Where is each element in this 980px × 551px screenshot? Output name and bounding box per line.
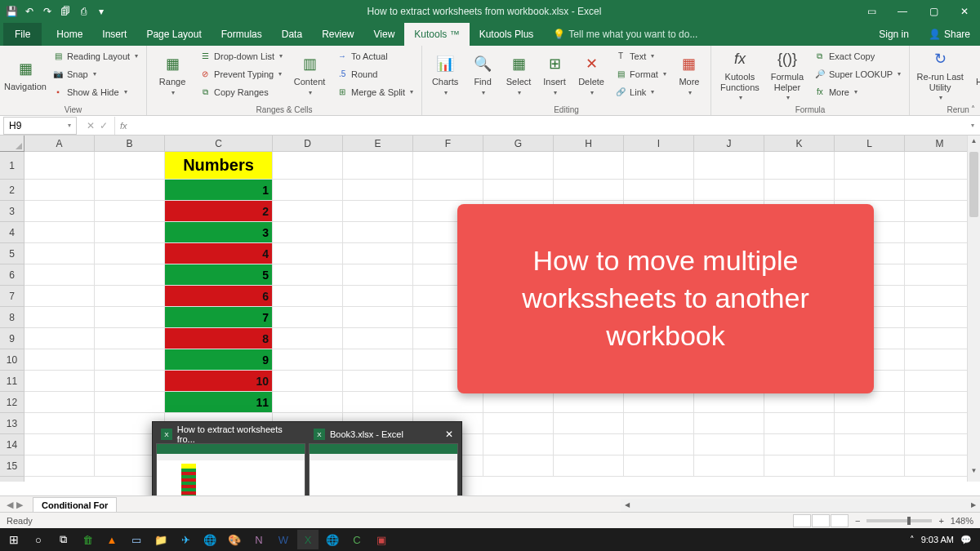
col-header[interactable]: B [95, 136, 165, 152]
task-app-icon[interactable]: ▭ [126, 530, 147, 549]
cortana-icon[interactable]: ○ [28, 530, 49, 549]
cell[interactable] [95, 349, 165, 371]
dropdown-list-button[interactable]: ☰Drop-down List▾ [196, 47, 286, 64]
cell[interactable] [273, 243, 343, 264]
show-hide-button[interactable]: ▪Show & Hide▾ [49, 83, 141, 100]
cell[interactable] [694, 180, 764, 201]
tab-insert[interactable]: Insert [92, 23, 136, 46]
row-header[interactable]: 11 [0, 371, 24, 392]
cell[interactable] [905, 243, 967, 264]
tab-data[interactable]: Data [272, 23, 312, 46]
row-header[interactable]: 13 [0, 413, 24, 434]
cell[interactable] [483, 434, 554, 455]
cell[interactable]: 7 [165, 307, 273, 328]
to-actual-button[interactable]: →To Actual [333, 47, 416, 64]
view-normal-button[interactable] [793, 514, 811, 527]
col-header[interactable]: A [24, 136, 95, 152]
snap-button[interactable]: 📷Snap▾ [49, 65, 141, 82]
reading-layout-button[interactable]: ▤Reading Layout▾ [49, 47, 141, 64]
cell[interactable] [835, 180, 905, 201]
cell[interactable] [24, 349, 95, 371]
cell[interactable] [24, 307, 95, 328]
col-header[interactable]: J [694, 136, 764, 152]
scroll-right-icon[interactable]: ▶ [967, 501, 980, 509]
col-header[interactable]: M [905, 136, 967, 152]
scroll-thumb[interactable] [969, 152, 978, 217]
cell[interactable] [905, 328, 967, 349]
cell[interactable] [273, 328, 343, 349]
col-header[interactable]: C [165, 136, 273, 152]
vertical-scrollbar[interactable]: ▲ ▼ [967, 136, 980, 482]
cell[interactable] [835, 152, 905, 180]
word-icon[interactable]: W [273, 530, 294, 549]
cell[interactable] [273, 286, 343, 307]
cell[interactable] [95, 286, 165, 307]
tab-home[interactable]: Home [47, 23, 92, 46]
close-icon[interactable]: ✕ [952, 6, 977, 17]
select-button[interactable]: ▦Select▾ [502, 47, 535, 101]
share-button[interactable]: 👤 Share [922, 27, 977, 42]
row-header[interactable]: 1 [0, 152, 24, 180]
cell[interactable] [273, 222, 343, 243]
cell[interactable] [24, 392, 95, 413]
fx-label-icon[interactable]: fx [115, 121, 132, 131]
cell[interactable] [835, 413, 905, 434]
ribbon-options-icon[interactable]: ▭ [859, 6, 884, 17]
row-header[interactable]: 8 [0, 307, 24, 328]
cell[interactable]: 11 [165, 392, 273, 413]
exact-copy-button[interactable]: ⧉Exact Copy [811, 47, 904, 64]
row-header[interactable]: 10 [0, 349, 24, 371]
row-header[interactable]: 2 [0, 180, 24, 201]
formula-helper-button[interactable]: {()}Formula Helper▾ [767, 47, 808, 101]
cell[interactable] [905, 286, 967, 307]
cell[interactable] [624, 180, 694, 201]
cell[interactable] [554, 434, 624, 455]
cell[interactable] [95, 152, 165, 180]
cell[interactable] [694, 413, 764, 434]
select-all-corner[interactable] [0, 136, 24, 152]
col-header[interactable]: E [343, 136, 413, 152]
cell[interactable] [835, 392, 905, 413]
row-header[interactable]: 6 [0, 264, 24, 286]
cell[interactable] [95, 180, 165, 201]
telegram-icon[interactable]: ✈ [175, 530, 196, 549]
cell[interactable] [694, 392, 764, 413]
view-pagebreak-button[interactable] [831, 514, 849, 527]
chrome2-icon[interactable]: 🌐 [322, 530, 343, 549]
cell[interactable] [343, 349, 413, 371]
cell[interactable] [24, 455, 95, 477]
sheet-nav-prev-icon[interactable]: ◀ [7, 500, 13, 510]
format-button[interactable]: ▤Format▾ [612, 65, 670, 82]
explorer-icon[interactable]: 📁 [150, 530, 172, 549]
cell[interactable] [95, 307, 165, 328]
link-button[interactable]: 🔗Link▾ [612, 83, 670, 100]
col-header[interactable]: K [764, 136, 835, 152]
cell[interactable] [24, 152, 95, 180]
delete-button[interactable]: ✕Delete▾ [574, 47, 608, 101]
cell[interactable] [343, 243, 413, 264]
cell[interactable] [273, 152, 343, 180]
cell[interactable] [554, 392, 624, 413]
cell[interactable] [273, 264, 343, 286]
insert-button[interactable]: ⊞Insert▾ [538, 47, 571, 101]
help-button[interactable]: ?Help▾ [969, 47, 980, 101]
tray-time[interactable]: 9:03 AM [921, 535, 954, 544]
tab-kutools[interactable]: Kutools ™ [404, 23, 469, 46]
cell[interactable] [343, 180, 413, 201]
collapse-ribbon-icon[interactable]: ˄ [971, 104, 975, 113]
cell[interactable] [624, 152, 694, 180]
cell[interactable]: 1 [165, 180, 273, 201]
cell[interactable] [624, 413, 694, 434]
cell[interactable] [764, 152, 835, 180]
cell[interactable] [483, 392, 554, 413]
charts-button[interactable]: 📊Charts▾ [427, 47, 463, 101]
expand-formula-bar-icon[interactable]: ▾ [965, 122, 980, 129]
zoom-in-icon[interactable]: + [938, 516, 943, 526]
col-header[interactable]: F [413, 136, 483, 152]
notifications-icon[interactable]: 💬 [960, 535, 972, 545]
cell[interactable] [554, 413, 624, 434]
cell[interactable] [343, 286, 413, 307]
chrome-icon[interactable]: 🌐 [199, 530, 220, 549]
signin-link[interactable]: Sign in [869, 23, 919, 46]
cell[interactable] [905, 152, 967, 180]
